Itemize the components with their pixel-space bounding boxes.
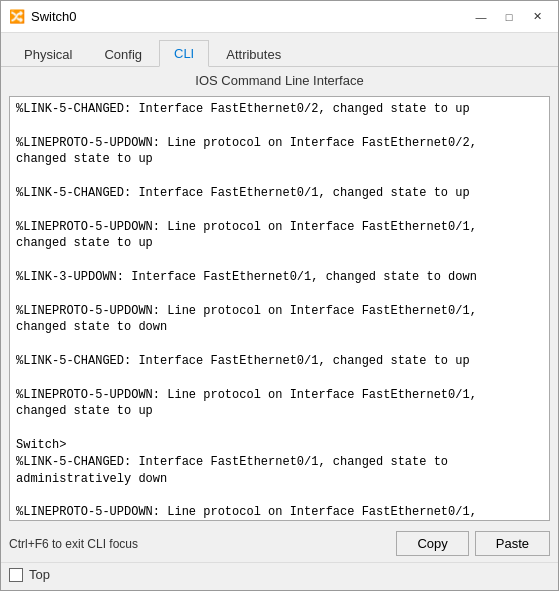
action-buttons: Copy Paste — [396, 531, 550, 556]
status-bar: Ctrl+F6 to exit CLI focus Copy Paste — [1, 525, 558, 562]
tabs-bar: Physical Config CLI Attributes — [1, 33, 558, 67]
content-area: %LINK-5-CHANGED: Interface FastEthernet0… — [1, 92, 558, 525]
top-label: Top — [29, 567, 50, 582]
section-title: IOS Command Line Interface — [1, 67, 558, 92]
maximize-button[interactable]: □ — [496, 7, 522, 27]
title-bar: 🔀 Switch0 — □ ✕ — [1, 1, 558, 33]
window-icon: 🔀 — [9, 9, 25, 25]
tab-config[interactable]: Config — [89, 41, 157, 67]
tab-physical[interactable]: Physical — [9, 41, 87, 67]
paste-button[interactable]: Paste — [475, 531, 550, 556]
title-bar-left: 🔀 Switch0 — [9, 9, 77, 25]
close-button[interactable]: ✕ — [524, 7, 550, 27]
title-controls: — □ ✕ — [468, 7, 550, 27]
tab-attributes[interactable]: Attributes — [211, 41, 296, 67]
minimize-button[interactable]: — — [468, 7, 494, 27]
tab-cli[interactable]: CLI — [159, 40, 209, 67]
copy-button[interactable]: Copy — [396, 531, 468, 556]
main-window: 🔀 Switch0 — □ ✕ Physical Config CLI Attr… — [0, 0, 559, 591]
bottom-bar: Top — [1, 562, 558, 590]
window-title: Switch0 — [31, 9, 77, 24]
cli-terminal[interactable]: %LINK-5-CHANGED: Interface FastEthernet0… — [9, 96, 550, 521]
status-text: Ctrl+F6 to exit CLI focus — [9, 537, 138, 551]
top-checkbox[interactable] — [9, 568, 23, 582]
